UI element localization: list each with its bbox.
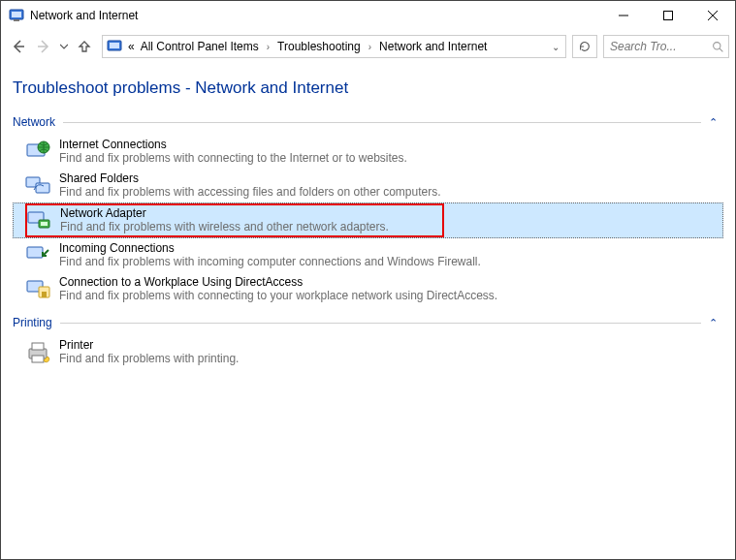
globe-monitor-icon	[24, 139, 51, 166]
printer-icon	[24, 339, 51, 366]
breadcrumb-item[interactable]: Troubleshooting	[275, 38, 363, 55]
breadcrumb-dropdown[interactable]: ⌄	[552, 42, 561, 52]
title-bar: Network and Internet	[1, 1, 735, 30]
svg-rect-26	[32, 356, 44, 362]
item-title: Internet Connections	[59, 138, 407, 151]
section-printing: Printing ⌃ Printer Find and fix problems…	[13, 316, 723, 369]
item-incoming-connections[interactable]: Incoming Connections Find and fix proble…	[13, 238, 723, 272]
chevron-right-icon: ›	[365, 42, 375, 52]
section-title: Printing	[13, 316, 52, 329]
item-description: Find and fix problems with connecting to…	[59, 151, 407, 165]
close-button[interactable]	[690, 1, 735, 30]
item-description: Find and fix problems with incoming comp…	[59, 255, 481, 268]
svg-rect-2	[14, 19, 19, 21]
chevron-right-icon: ›	[263, 42, 273, 52]
search-box[interactable]	[603, 35, 729, 58]
window-title: Network and Internet	[30, 9, 138, 22]
item-shared-folders[interactable]: Shared Folders Find and fix problems wit…	[13, 169, 723, 202]
item-internet-connections[interactable]: Internet Connections Find and fix proble…	[13, 135, 723, 169]
svg-line-12	[720, 48, 722, 51]
svg-rect-19	[41, 222, 48, 226]
search-icon	[712, 41, 724, 53]
section-network: Network ⌃ Internet Connections Find and …	[13, 115, 723, 306]
section-header[interactable]: Printing ⌃	[13, 316, 723, 329]
refresh-button[interactable]	[572, 35, 597, 58]
item-network-adapter[interactable]: Network Adapter Find and fix problems wi…	[13, 202, 723, 238]
svg-rect-16	[36, 183, 49, 193]
svg-point-11	[714, 42, 720, 48]
item-title: Shared Folders	[59, 171, 441, 185]
app-icon	[9, 8, 24, 23]
section-header[interactable]: Network ⌃	[13, 115, 723, 129]
svg-rect-23	[42, 292, 47, 297]
maximize-button[interactable]	[646, 1, 690, 30]
breadcrumb-item[interactable]: Network and Internet	[377, 38, 489, 55]
forward-button[interactable]	[32, 35, 55, 58]
search-input[interactable]	[608, 39, 695, 54]
item-description: Find and fix problems with connecting to…	[59, 289, 497, 302]
item-title: Network Adapter	[60, 206, 389, 220]
breadcrumb-ellipsis[interactable]: «	[126, 38, 137, 55]
svg-rect-20	[27, 247, 43, 258]
breadcrumb-item[interactable]: All Control Panel Items	[139, 38, 261, 55]
recent-locations-dropdown[interactable]	[57, 35, 71, 58]
item-description: Find and fix problems with printing.	[59, 352, 239, 365]
section-divider	[60, 323, 701, 324]
svg-rect-10	[110, 43, 119, 48]
item-directaccess[interactable]: Connection to a Workplace Using DirectAc…	[13, 272, 723, 306]
section-divider	[63, 122, 701, 123]
svg-rect-25	[32, 343, 44, 350]
network-adapter-icon	[25, 207, 52, 234]
content-area: Troubleshoot problems - Network and Inte…	[1, 63, 735, 559]
item-description: Find and fix problems with accessing fil…	[59, 185, 441, 199]
svg-rect-4	[664, 12, 673, 20]
section-title: Network	[13, 115, 55, 129]
location-icon	[107, 39, 122, 54]
nav-bar: « All Control Panel Items › Troubleshoot…	[1, 30, 735, 63]
collapse-icon[interactable]: ⌃	[709, 317, 723, 329]
item-printer[interactable]: Printer Find and fix problems with print…	[13, 335, 723, 369]
svg-rect-1	[12, 12, 21, 17]
shared-folder-icon	[24, 172, 51, 200]
incoming-connections-icon	[24, 242, 51, 269]
item-title: Incoming Connections	[59, 241, 481, 255]
breadcrumb[interactable]: « All Control Panel Items › Troubleshoot…	[102, 35, 566, 58]
item-description: Find and fix problems with wireless and …	[60, 220, 389, 233]
collapse-icon[interactable]: ⌃	[709, 116, 723, 129]
minimize-button[interactable]	[601, 1, 646, 30]
up-button[interactable]	[73, 35, 96, 58]
back-button[interactable]	[7, 35, 30, 58]
directaccess-icon	[24, 276, 51, 303]
page-title: Troubleshoot problems - Network and Inte…	[13, 78, 723, 98]
item-title: Connection to a Workplace Using DirectAc…	[59, 275, 497, 289]
item-title: Printer	[59, 338, 239, 352]
